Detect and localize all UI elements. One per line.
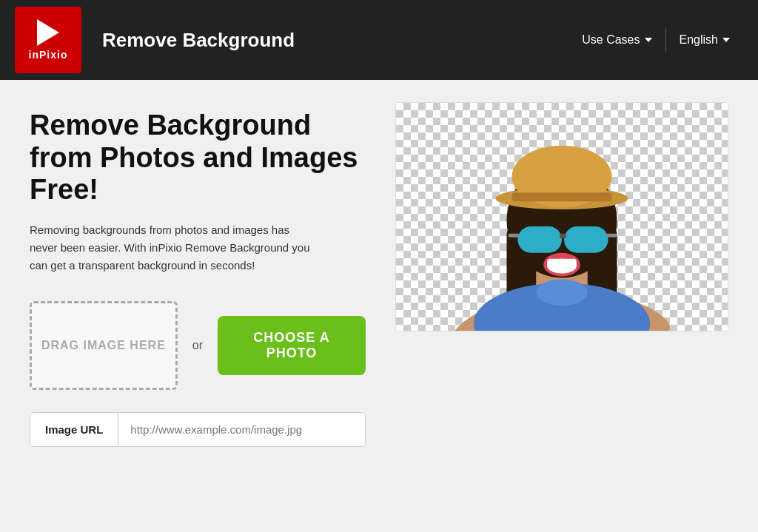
header-nav: Use Cases English bbox=[568, 27, 743, 53]
page-title: Remove Background bbox=[102, 29, 295, 52]
svg-rect-16 bbox=[547, 259, 577, 268]
language-label: English bbox=[680, 33, 718, 47]
svg-rect-12 bbox=[508, 234, 519, 238]
language-chevron-icon bbox=[722, 38, 730, 42]
svg-rect-11 bbox=[560, 234, 566, 238]
svg-rect-13 bbox=[606, 234, 617, 238]
left-panel: Remove Background from Photos and Images… bbox=[30, 110, 366, 447]
url-input-row: Image URL bbox=[30, 412, 366, 447]
drag-drop-zone[interactable]: DRAG IMAGE HERE bbox=[30, 301, 178, 390]
url-label: Image URL bbox=[30, 413, 118, 446]
use-cases-label: Use Cases bbox=[582, 33, 640, 47]
preview-woman-svg bbox=[396, 103, 728, 331]
url-input[interactable] bbox=[118, 413, 365, 446]
right-panel bbox=[395, 102, 728, 447]
site-header: inPixio Remove Background Use Cases Engl… bbox=[0, 0, 758, 80]
preview-image bbox=[395, 102, 728, 331]
main-content: Remove Background from Photos and Images… bbox=[0, 80, 758, 469]
drag-drop-label: DRAG IMAGE HERE bbox=[41, 339, 166, 352]
svg-rect-10 bbox=[564, 226, 608, 253]
svg-rect-8 bbox=[512, 192, 611, 201]
hero-title: Remove Background from Photos and Images… bbox=[30, 110, 366, 206]
use-cases-menu[interactable]: Use Cases bbox=[568, 27, 665, 53]
logo[interactable]: inPixio bbox=[15, 7, 81, 73]
svg-point-20 bbox=[536, 279, 588, 306]
or-separator: or bbox=[192, 339, 203, 352]
logo-play-icon bbox=[37, 19, 59, 46]
logo-text: inPixio bbox=[29, 49, 68, 61]
svg-rect-9 bbox=[517, 226, 562, 253]
hero-description: Removing backgrounds from photos and ima… bbox=[30, 221, 311, 275]
use-cases-chevron-icon bbox=[645, 38, 652, 42]
language-menu[interactable]: English bbox=[666, 27, 743, 53]
choose-photo-button[interactable]: CHOOSE A PHOTO bbox=[218, 316, 366, 375]
upload-row: DRAG IMAGE HERE or CHOOSE A PHOTO bbox=[30, 301, 366, 390]
